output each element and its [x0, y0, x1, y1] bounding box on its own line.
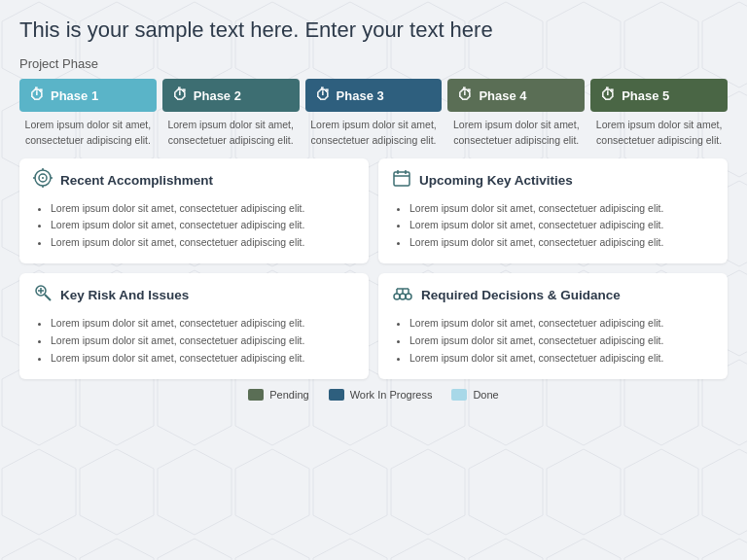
decisions-header: Required Decisions & Guidance [392, 283, 714, 307]
phase-card-4: ⏱ Phase 4 Lorem ipsum dolor sit amet, co… [447, 79, 585, 149]
activities-header: Upcoming Key Activities [392, 168, 714, 192]
legend-done: Done [451, 389, 498, 401]
list-item: Lorem ipsum dolor sit amet, consectetuer… [409, 315, 714, 332]
legend-done-box [451, 389, 467, 401]
phase1-label: Phase 1 [51, 88, 98, 103]
decisions-section: Required Decisions & Guidance Lorem ipsu… [378, 273, 728, 379]
decisions-list: Lorem ipsum dolor sit amet, consectetuer… [392, 315, 714, 368]
risks-list: Lorem ipsum dolor sit amet, consectetuer… [33, 315, 355, 368]
accomplishment-title: Recent Accomplishment [60, 173, 213, 188]
phase1-icon: ⏱ [29, 87, 45, 104]
list-item: Lorem ipsum dolor sit amet, consectetuer… [409, 234, 714, 252]
phase3-icon: ⏱ [315, 87, 331, 104]
svg-point-16 [400, 294, 406, 299]
phase4-description: Lorem ipsum dolor sit amet, consectetuer… [447, 118, 585, 149]
phase4-icon: ⏱ [457, 87, 473, 104]
activities-icon [392, 168, 411, 192]
list-item: Lorem ipsum dolor sit amet, consectetuer… [409, 332, 714, 350]
phase2-button[interactable]: ⏱ Phase 2 [162, 79, 300, 112]
accomplishment-list: Lorem ipsum dolor sit amet, consectetuer… [33, 200, 355, 253]
phase2-label: Phase 2 [194, 88, 241, 103]
phase1-button[interactable]: ⏱ Phase 1 [19, 79, 157, 112]
legend-pending-label: Pending [269, 389, 308, 401]
svg-point-15 [394, 294, 400, 299]
phase3-description: Lorem ipsum dolor sit amet, consectetuer… [305, 118, 443, 149]
svg-point-17 [406, 294, 411, 299]
decisions-title: Required Decisions & Guidance [421, 288, 621, 302]
accomplishment-section: Recent Accomplishment Lorem ipsum dolor … [19, 158, 369, 264]
list-item: Lorem ipsum dolor sit amet, consectetuer… [51, 315, 355, 332]
legend: Pending Work In Progress Done [19, 389, 728, 401]
phase-card-1: ⏱ Phase 1 Lorem ipsum dolor sit amet, co… [19, 79, 157, 149]
phase5-description: Lorem ipsum dolor sit amet, consectetuer… [590, 118, 728, 149]
list-item: Lorem ipsum dolor sit amet, consectetuer… [51, 332, 355, 350]
svg-point-2 [42, 177, 44, 179]
list-item: Lorem ipsum dolor sit amet, consectetuer… [51, 350, 355, 368]
svg-line-12 [45, 295, 51, 300]
phase-card-2: ⏱ Phase 2 Lorem ipsum dolor sit amet, co… [162, 79, 300, 149]
risks-icon [33, 283, 53, 307]
list-item: Lorem ipsum dolor sit amet, consectetuer… [409, 200, 714, 218]
legend-wip-box [329, 389, 344, 401]
list-item: Lorem ipsum dolor sit amet, consectetuer… [409, 217, 714, 234]
svg-rect-7 [394, 172, 409, 186]
legend-pending: Pending [248, 389, 308, 401]
main-title: This is your sample text here. Enter you… [19, 18, 728, 43]
phase3-button[interactable]: ⏱ Phase 3 [305, 79, 443, 112]
legend-wip: Work In Progress [329, 389, 433, 401]
legend-pending-box [248, 389, 264, 401]
phase-card-3: ⏱ Phase 3 Lorem ipsum dolor sit amet, co… [305, 79, 443, 149]
legend-wip-label: Work In Progress [350, 389, 433, 401]
list-item: Lorem ipsum dolor sit amet, consectetuer… [51, 217, 355, 234]
activities-title: Upcoming Key Activities [419, 173, 573, 188]
phase3-label: Phase 3 [337, 88, 384, 103]
phase5-label: Phase 5 [622, 88, 669, 103]
phases-row: ⏱ Phase 1 Lorem ipsum dolor sit amet, co… [19, 79, 728, 149]
list-item: Lorem ipsum dolor sit amet, consectetuer… [409, 350, 714, 368]
list-item: Lorem ipsum dolor sit amet, consectetuer… [51, 234, 355, 252]
phase2-description: Lorem ipsum dolor sit amet, consectetuer… [162, 118, 300, 149]
risks-title: Key Risk And Issues [60, 288, 189, 302]
activities-section: Upcoming Key Activities Lorem ipsum dolo… [378, 158, 728, 264]
phase5-button[interactable]: ⏱ Phase 5 [590, 79, 728, 112]
decisions-icon [392, 283, 413, 307]
phase1-description: Lorem ipsum dolor sit amet, consectetuer… [19, 118, 157, 149]
phase2-icon: ⏱ [172, 87, 188, 104]
activities-list: Lorem ipsum dolor sit amet, consectetuer… [392, 200, 714, 253]
bottom-grid: Recent Accomplishment Lorem ipsum dolor … [19, 158, 728, 379]
risks-header: Key Risk And Issues [33, 283, 355, 307]
phase4-label: Phase 4 [479, 88, 526, 103]
project-phase-label: Project Phase [19, 56, 728, 71]
phase-card-5: ⏱ Phase 5 Lorem ipsum dolor sit amet, co… [590, 79, 728, 149]
phase4-button[interactable]: ⏱ Phase 4 [447, 79, 585, 112]
phase5-icon: ⏱ [600, 87, 616, 104]
list-item: Lorem ipsum dolor sit amet, consectetuer… [51, 200, 355, 218]
accomplishment-header: Recent Accomplishment [33, 168, 355, 192]
accomplishment-icon [33, 168, 53, 192]
risks-section: Key Risk And Issues Lorem ipsum dolor si… [19, 273, 369, 379]
legend-done-label: Done [473, 389, 498, 401]
